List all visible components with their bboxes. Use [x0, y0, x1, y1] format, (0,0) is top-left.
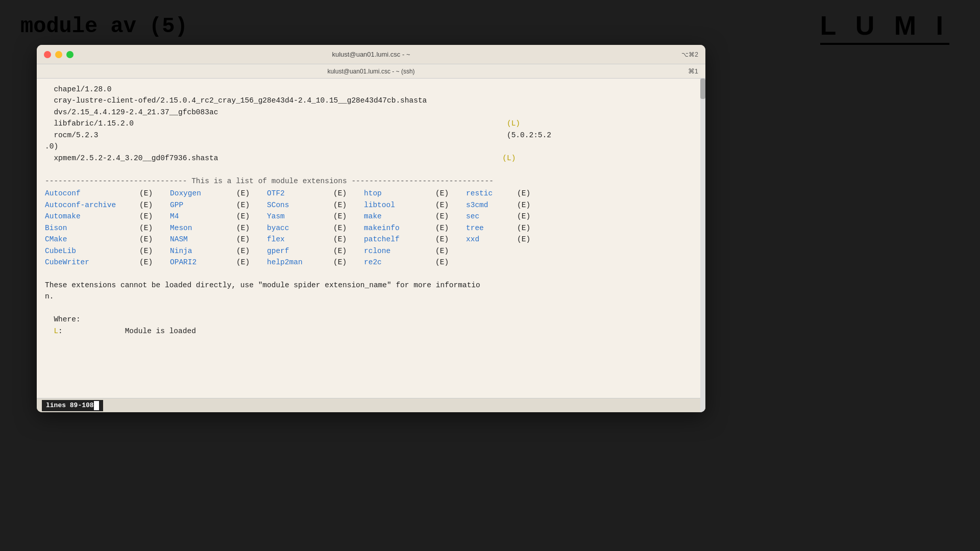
ext-flex: flex — [267, 235, 285, 243]
where-l-line: L: Module is loaded — [45, 325, 697, 337]
tag-s3cmd: (E) — [517, 201, 530, 209]
tag-autoconf-archive: (E) — [139, 201, 153, 209]
tag-byacc: (E) — [333, 224, 347, 232]
module-line-chapel: chapel/1.28.0 — [45, 84, 697, 95]
ext-col-1: Autoconf Autoconf-archive Automake Bison… — [45, 188, 139, 268]
ext-col-2-tags: (E) (E) (E) (E) (E) (E) (E) — [236, 188, 267, 268]
tag-automake: (E) — [139, 212, 153, 220]
tag-libtool: (E) — [435, 201, 449, 209]
tag-m4: (E) — [236, 212, 250, 220]
where-label: Where: — [45, 314, 697, 325]
ext-patchelf: patchelf — [364, 235, 400, 243]
ext-cmake: CMake — [45, 235, 67, 243]
ext-doxygen: Doxygen — [170, 189, 201, 197]
tag-gpp: (E) — [236, 201, 250, 209]
ext-col-4: htop libtool make makeinfo patchelf rclo… — [364, 188, 435, 268]
ext-scons: SCons — [267, 201, 289, 209]
maximize-button[interactable] — [66, 51, 74, 58]
tag-sec: (E) — [517, 212, 530, 220]
tag-cubewriter: (E) — [139, 258, 153, 266]
tag-ninja: (E) — [236, 247, 250, 255]
ext-nasm: NASM — [170, 235, 188, 243]
window-subtitle: kulust@uan01.lumi.csc - ~ (ssh) — [327, 68, 414, 75]
ext-s3cmd: s3cmd — [466, 201, 488, 209]
ext-restic: restic — [466, 189, 493, 197]
ext-ninja: Ninja — [170, 247, 192, 255]
ext-col-2: Doxygen GPP M4 Meson NASM Ninja OPARI2 — [170, 188, 236, 268]
ext-tree: tree — [466, 224, 484, 232]
tag-nasm: (E) — [236, 235, 250, 243]
tag-cubelib: (E) — [139, 247, 153, 255]
terminal-content[interactable]: chapel/1.28.0 cray-lustre-client-ofed/2.… — [37, 79, 705, 398]
ext-makeinfo: makeinfo — [364, 224, 400, 232]
ext-autoconf: Autoconf — [45, 189, 81, 197]
ext-sec: sec — [466, 212, 479, 220]
ext-cubewriter: CubeWriter — [45, 258, 89, 266]
tag-cmake: (E) — [139, 235, 153, 243]
tag-xxd: (E) — [517, 235, 530, 243]
tag-autoconf: (E) — [139, 189, 153, 197]
tag-opari2: (E) — [236, 258, 250, 266]
tag-help2man: (E) — [333, 258, 347, 266]
module-line-xpmem: xpmem/2.5.2-2.4_3.20__gd0f7936.shasta (L… — [45, 153, 697, 164]
ext-gperf: gperf — [267, 247, 289, 255]
title-bar: kulust@uan01.lumi.csc - ~ ⌥⌘2 — [37, 45, 705, 64]
ext-col-5: restic s3cmd sec tree xxd — [466, 188, 517, 268]
tag-tree: (E) — [517, 224, 530, 232]
ext-byacc: byacc — [267, 224, 289, 232]
tag-scons: (E) — [333, 201, 347, 209]
ext-automake: Automake — [45, 212, 81, 220]
minimize-button[interactable] — [55, 51, 62, 58]
cursor — [94, 401, 99, 410]
ext-htop: htop — [364, 189, 382, 197]
close-button[interactable] — [44, 51, 51, 58]
scrollbar[interactable] — [700, 79, 705, 412]
ext-col-1-tags: (E) (E) (E) (E) (E) (E) (E) — [139, 188, 170, 268]
status-badge: lines 89-108 — [42, 400, 103, 411]
module-line-rocm-cont: .0) — [45, 141, 697, 152]
ext-libtool: libtool — [364, 201, 395, 209]
page-title: module av (5) — [20, 14, 188, 39]
extensions-grid: Autoconf Autoconf-archive Automake Bison… — [45, 188, 697, 268]
notice-line-2: n. — [45, 291, 697, 302]
module-line-cray: cray-lustre-client-ofed/2.15.0.4_rc2_cra… — [45, 95, 697, 106]
module-line-libfabric: libfabric/1.15.2.0 (L) — [45, 118, 697, 129]
ext-meson: Meson — [170, 224, 192, 232]
tag-makeinfo: (E) — [435, 224, 449, 232]
tag-yasm: (E) — [333, 212, 347, 220]
tag-restic: (E) — [517, 189, 530, 197]
logo-text: L U M I — [820, 11, 949, 40]
ext-rclone: rclone — [364, 247, 390, 255]
ext-col-5-tags: (E) (E) (E) (E) (E) — [517, 188, 543, 268]
terminal-window: kulust@uan01.lumi.csc - ~ ⌥⌘2 kulust@uan… — [37, 45, 705, 412]
module-line-dvs: dvs/2.15_4.4.129-2.4_21.37__gfcb083ac — [45, 107, 697, 118]
ext-bison: Bison — [45, 224, 67, 232]
traffic-lights — [44, 51, 74, 58]
window-title: kulust@uan01.lumi.csc - ~ — [332, 51, 410, 58]
tag-flex: (E) — [333, 235, 347, 243]
extensions-separator: -------------------------------- This is… — [45, 176, 697, 187]
tag-htop: (E) — [435, 189, 449, 197]
status-bar: lines 89-108 — [37, 398, 705, 412]
ext-opari2: OPARI2 — [170, 258, 197, 266]
scrollbar-thumb[interactable] — [700, 79, 705, 99]
keyboard-shortcut-1: ⌥⌘2 — [681, 51, 698, 58]
ext-autoconf-archive: Autoconf-archive — [45, 201, 116, 209]
ext-re2c: re2c — [364, 258, 382, 266]
tag-bison: (E) — [139, 224, 153, 232]
tag-re2c: (E) — [435, 258, 449, 266]
ext-xxd: xxd — [466, 235, 479, 243]
ext-col-4-tags: (E) (E) (E) (E) (E) (E) (E) — [435, 188, 466, 268]
ext-make: make — [364, 212, 382, 220]
lumi-logo: L U M I — [820, 10, 949, 45]
ext-col-3-tags: (E) (E) (E) (E) (E) (E) (E) — [333, 188, 364, 268]
ext-gpp: GPP — [170, 201, 183, 209]
tag-otf2: (E) — [333, 189, 347, 197]
notice-line-1: These extensions cannot be loaded direct… — [45, 280, 697, 291]
tag-rclone: (E) — [435, 247, 449, 255]
ext-help2man: help2man — [267, 258, 303, 266]
tag-gperf: (E) — [333, 247, 347, 255]
ext-yasm: Yasm — [267, 212, 285, 220]
subtitle-bar: kulust@uan01.lumi.csc - ~ (ssh) ⌘1 — [37, 64, 705, 79]
module-line-rocm: rocm/5.2.3 (5.0.2:5.2 — [45, 130, 697, 141]
